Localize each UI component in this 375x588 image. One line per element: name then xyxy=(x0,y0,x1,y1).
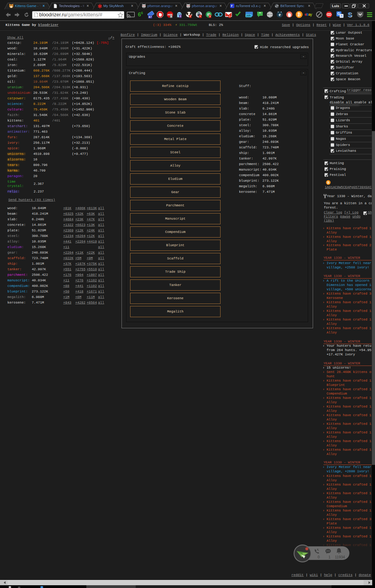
svg-text:+: + xyxy=(197,11,198,14)
svg-text:₿: ₿ xyxy=(297,12,301,17)
svg-text:”: ” xyxy=(259,11,261,16)
svg-text:e: e xyxy=(279,12,281,17)
svg-text:₿: ₿ xyxy=(327,181,329,184)
